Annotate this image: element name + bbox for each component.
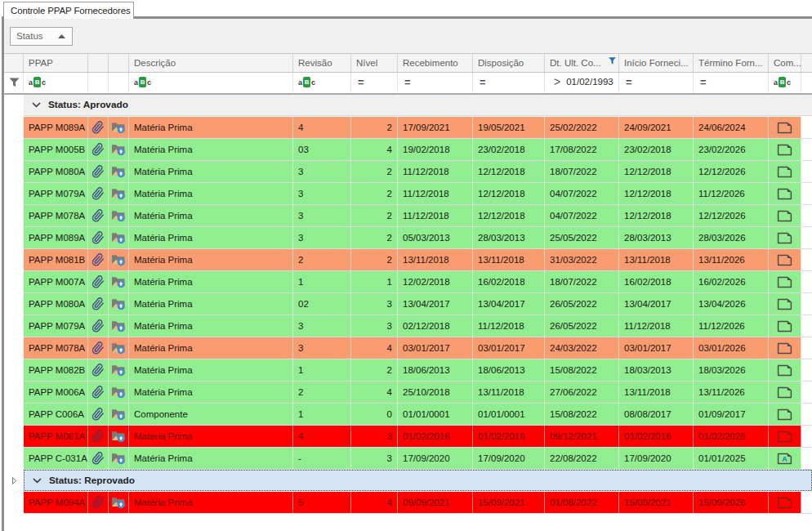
cell-revisao[interactable]: 3 [293,337,351,359]
column-header-dtult[interactable]: Dt. Ult. Co... [545,54,619,72]
paperclip-icon[interactable] [91,143,105,156]
cell-termino[interactable]: 12/12/2026 [694,205,769,226]
folder-upload-icon[interactable] [111,187,126,200]
cell-termino[interactable]: 03/01/2026 [694,337,769,359]
data-row-0-3[interactable]: PAPP M079AMatéria Prima3211/12/201812/12… [4,183,812,205]
cell-disposicao[interactable]: 13/11/2018 [473,382,545,403]
cell-revisao[interactable]: 1 [293,271,351,292]
folder-upload-icon[interactable] [111,364,126,377]
cell-upload[interactable] [109,448,129,469]
cell-revisao[interactable]: 3 [293,315,351,337]
cell-recebimento[interactable]: 13/04/2017 [398,293,473,315]
filter-cell-upload[interactable] [109,72,129,92]
folder-upload-icon[interactable] [111,319,126,332]
paperclip-icon[interactable] [91,253,105,266]
group-box[interactable]: Status: Reprovado [24,470,812,491]
cell-com[interactable] [769,139,801,160]
cell-upload[interactable] [109,359,129,381]
cell-recebimento[interactable]: 05/03/2013 [398,227,473,248]
cell-dtult[interactable]: 27/06/2022 [545,382,619,403]
column-header-ppap[interactable]: PPAP [24,54,88,72]
cell-dtult[interactable]: 01/08/2022 [545,492,619,513]
cell-termino[interactable]: 28/03/2026 [694,227,769,248]
cell-nivel[interactable]: 3 [351,448,398,469]
folder-upload-icon[interactable] [111,231,126,244]
cell-inicio[interactable]: 17/09/2020 [619,448,694,469]
cell-recebimento[interactable]: 13/11/2018 [398,249,473,270]
column-header-descricao[interactable]: Descrição [129,54,293,72]
cell-inicio[interactable]: 03/01/2017 [619,337,694,359]
filter-cell-com[interactable]: aBc [769,72,801,92]
cell-dtult[interactable]: 09/12/2021 [545,426,619,447]
cell-descricao[interactable]: Matéria Prima [129,492,293,513]
cell-descricao[interactable]: Matéria Prima [129,227,293,248]
cell-upload[interactable] [109,249,129,270]
cell-ppap[interactable]: PAPP M078A [24,205,88,226]
folder-upload-icon[interactable] [111,143,126,156]
cell-com[interactable] [769,359,801,381]
greater-than-operator-icon[interactable]: > [554,75,560,88]
cell-com[interactable] [769,293,801,315]
cell-inicio[interactable]: 08/08/2017 [619,404,694,425]
folder-upload-icon[interactable] [111,275,126,288]
cell-termino[interactable]: 13/11/2026 [694,249,769,270]
cell-com[interactable] [769,183,801,204]
cell-nivel[interactable]: 4 [351,139,398,160]
cell-ppap[interactable]: PAPP M080A [24,293,88,315]
cell-inicio[interactable]: 01/02/2016 [619,426,694,447]
filter-cell-recebimento[interactable]: = [398,72,473,92]
cell-revisao[interactable]: 2 [293,249,351,270]
filter-cell-ppap[interactable]: aBc [24,72,88,92]
document-icon[interactable] [777,386,792,399]
paperclip-icon[interactable] [91,430,105,443]
document-icon[interactable] [777,408,792,421]
document-icon[interactable] [777,320,792,332]
paperclip-icon[interactable] [91,364,105,377]
cell-upload[interactable] [109,404,129,425]
document-a-icon[interactable]: A [777,453,792,465]
cell-attach[interactable] [88,448,109,469]
cell-recebimento[interactable]: 02/12/2018 [398,315,473,337]
cell-recebimento[interactable]: 17/09/2020 [398,448,473,469]
cell-ppap[interactable]: PAPP M082B [24,359,88,381]
column-header-attach[interactable] [88,54,109,72]
cell-inicio[interactable]: 13/11/2018 [619,249,694,270]
cell-nivel[interactable]: 2 [351,249,398,270]
filter-cell-attach[interactable] [88,72,109,92]
cell-com[interactable]: A [769,448,801,469]
cell-recebimento[interactable]: 03/01/2017 [398,337,473,359]
cell-upload[interactable] [109,139,129,160]
cell-disposicao[interactable]: 12/12/2018 [473,205,545,226]
data-row-0-1[interactable]: PAPP M005BMatéria Prima03419/02/201823/0… [4,139,812,161]
cell-dtult[interactable]: 17/08/2022 [545,139,619,160]
cell-upload[interactable] [109,382,129,403]
cell-attach[interactable] [88,271,109,292]
cell-recebimento[interactable]: 11/12/2018 [398,183,473,204]
cell-com[interactable] [769,337,801,359]
folder-upload-icon[interactable] [111,209,126,222]
cell-upload[interactable] [109,117,129,138]
cell-attach[interactable] [88,249,109,270]
document-icon[interactable] [777,298,792,310]
data-row-0-10[interactable]: PAPP M078AMatéria Prima3403/01/201703/01… [4,337,812,359]
chevron-down-icon[interactable] [32,102,41,108]
paperclip-icon[interactable] [91,408,105,421]
cell-descricao[interactable]: Matéria Prima [129,183,293,204]
cell-disposicao[interactable]: 13/04/2017 [473,293,545,315]
document-icon[interactable] [777,254,792,266]
cell-ppap[interactable]: PAPP M089A [24,117,88,138]
cell-descricao[interactable]: Matéria Prima [129,359,293,381]
cell-ppap[interactable]: PAPP M078A [24,337,88,359]
cell-dtult[interactable]: 26/05/2022 [545,315,619,337]
cell-dtult[interactable]: 04/07/2022 [545,205,619,226]
cell-nivel[interactable]: 2 [351,227,398,248]
cell-dtult[interactable]: 24/03/2022 [545,337,619,359]
paperclip-icon[interactable] [91,121,105,134]
cell-disposicao[interactable]: 11/12/2018 [473,315,545,337]
cell-revisao[interactable]: 2 [293,382,351,403]
cell-descricao[interactable]: Matéria Prima [129,293,293,315]
cell-descricao[interactable]: Matéria Prima [129,382,293,403]
folder-upload-icon[interactable] [111,408,126,421]
cell-ppap[interactable]: PAPP M089A [24,227,88,248]
chevron-down-icon[interactable] [33,478,42,484]
